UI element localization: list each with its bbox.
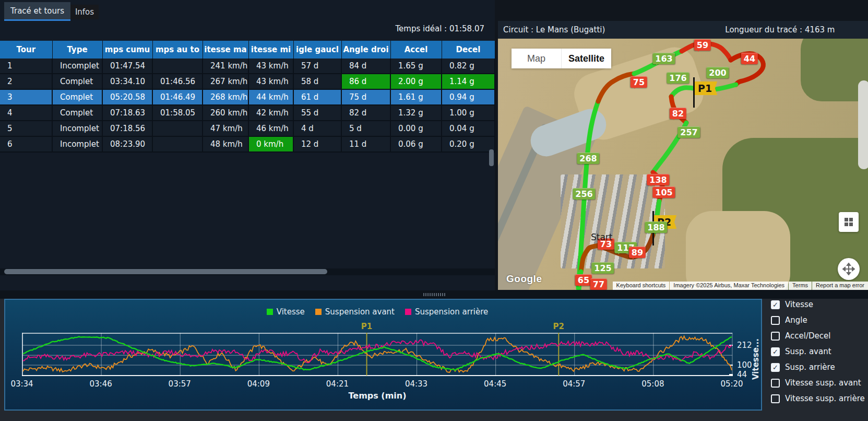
horizontal-scrollbar-thumb[interactable] [4, 269, 327, 274]
x-tick-label: 03:57 [169, 379, 191, 389]
x-tick-label: 03:34 [10, 379, 33, 389]
column-header[interactable]: Decel [442, 41, 495, 59]
toggle-susp-arri-re[interactable]: ✓Susp. arrière [771, 362, 835, 372]
annotation-p2: P2 [553, 322, 564, 331]
toggle-label: Susp. arrière [785, 362, 835, 372]
toggle-accel-decel[interactable]: Accel/Decel [771, 331, 830, 341]
telemetry-plot[interactable] [22, 333, 733, 376]
x-tick-label: 03:46 [89, 379, 112, 389]
top-section: Tracé et tours Infos Temps idéal : 01:58… [0, 0, 868, 290]
table-cell: 86 d [341, 74, 390, 89]
column-header[interactable]: mps au to [152, 41, 203, 59]
table-cell: 43 km/h [248, 74, 293, 89]
table-row[interactable]: 1Incomplet01:47.54241 km/h43 km/h57 d84 … [0, 59, 495, 74]
x-tick-label: 04:45 [484, 379, 506, 389]
column-header[interactable]: Angle droi [341, 41, 390, 59]
table-cell: 267 km/h [203, 74, 248, 89]
table-cell: 84 d [341, 59, 390, 74]
table-row[interactable]: 3Complet05:20.5801:46.49268 km/h44 km/h6… [0, 89, 495, 105]
checkbox[interactable] [771, 316, 780, 325]
column-header[interactable]: Accel [390, 41, 442, 59]
x-tick-label: 04:09 [247, 379, 270, 389]
table-cell: 4 [0, 105, 52, 121]
checkbox[interactable]: ✓ [771, 363, 780, 372]
table-cell: 268 km/h [203, 89, 248, 105]
checkbox[interactable] [771, 394, 780, 403]
table-cell: 42 km/h [248, 105, 293, 121]
checkbox[interactable] [771, 379, 780, 388]
circuit-label: Circuit : Le Mans (Bugatti) [503, 25, 605, 34]
table-cell: 57 d [293, 59, 341, 74]
map-button[interactable]: Map [512, 49, 561, 68]
map-canvas[interactable]: P1P2 59163441762007582257268256138105188… [498, 39, 868, 290]
google-logo[interactable]: Google [506, 273, 542, 285]
telemetry-chart-panel: VitesseSuspension avantSuspension arrièr… [4, 299, 762, 411]
toggle-label: Accel/Decel [785, 331, 830, 341]
toggle-vitesse[interactable]: ✓Vitesse [771, 299, 813, 310]
vertical-scrollbar-thumb[interactable] [489, 149, 494, 166]
splitter-handle[interactable] [423, 293, 445, 296]
legend-swatch [315, 309, 322, 315]
series-suspension-arri-re [23, 340, 732, 363]
table-cell: 75 d [341, 89, 390, 105]
table-row[interactable]: 6Incomplet08:23.9048 km/h0 km/h12 d11 d0… [0, 136, 495, 152]
x-axis-title: Temps (min) [22, 391, 733, 401]
column-header[interactable]: itesse ma [203, 41, 248, 59]
toggle-angle[interactable]: Angle [771, 315, 807, 325]
column-header[interactable]: Tour [0, 41, 52, 59]
table-cell: 11 d [341, 136, 390, 152]
column-header[interactable]: itesse mi [248, 41, 293, 59]
table-cell: 2.00 g [390, 74, 442, 89]
table-cell: 44 km/h [248, 89, 293, 105]
speed-marker: 77 [590, 278, 607, 290]
table-cell [152, 121, 203, 136]
legend-swatch [267, 309, 273, 315]
checkbox[interactable] [771, 332, 780, 341]
table-row[interactable]: 4Complet07:18.6301:58.05260 km/h42 km/h5… [0, 105, 495, 121]
toggle-vitesse-susp-avant[interactable]: Vitesse susp. avant [771, 378, 861, 388]
column-header[interactable]: mps cumu [102, 41, 152, 59]
keyboard-shortcuts-link[interactable]: Keyboard shortcuts [613, 282, 670, 290]
table-cell: 48 km/h [203, 136, 248, 152]
legend-swatch [405, 309, 411, 315]
table-cell: 01:58.05 [152, 105, 203, 121]
terms-link[interactable]: Terms [789, 282, 812, 290]
speed-marker: 105 [652, 186, 675, 198]
checkbox[interactable]: ✓ [771, 347, 780, 356]
toggle-vitesse-susp-arri-re[interactable]: Vitesse susp. arrière [771, 393, 865, 404]
table-cell: 1 [0, 59, 52, 74]
table-cell: 1.65 g [390, 59, 442, 74]
panel-splitter[interactable] [0, 290, 868, 299]
tiles-overlay-button[interactable] [839, 212, 859, 232]
checkbox[interactable]: ✓ [771, 300, 780, 309]
chart-plot-area[interactable] [22, 333, 733, 376]
column-header[interactable]: Type [52, 41, 102, 59]
laps-table: TourTypemps cumumps au toitesse maitesse… [0, 41, 495, 153]
speed-marker: 59 [694, 39, 711, 51]
tab-trace-et-tours[interactable]: Tracé et tours [4, 2, 70, 21]
table-cell: 260 km/h [203, 105, 248, 121]
recenter-button[interactable] [838, 258, 860, 280]
table-row[interactable]: 5Incomplet07:18.5647 km/h46 km/h4 d5 d0.… [0, 121, 495, 136]
report-map-error-link[interactable]: Report a map error [812, 282, 868, 290]
table-cell: 03:34.10 [102, 74, 152, 89]
horizontal-scrollbar[interactable] [0, 268, 495, 275]
table-cell: 08:23.90 [102, 136, 152, 152]
toggle-susp-avant[interactable]: ✓Susp. avant [771, 346, 831, 357]
annotation-p1: P1 [361, 322, 372, 331]
start-label: Start [591, 232, 613, 242]
table-cell: 1.61 g [390, 89, 442, 105]
table-cell: 12 d [293, 136, 341, 152]
speed-marker: 125 [591, 262, 614, 274]
y-tick-label: 44 [737, 370, 747, 379]
table-row[interactable]: 2Complet03:34.1001:46.56267 km/h43 km/h5… [0, 74, 495, 89]
tab-trace-label: Tracé et tours [10, 6, 64, 16]
column-header[interactable]: igle gaucl [293, 41, 341, 59]
tab-infos[interactable]: Infos [70, 5, 99, 19]
table-cell: 01:46.56 [152, 74, 203, 89]
satellite-button[interactable]: Satellite [561, 49, 611, 68]
table-cell: 47 km/h [203, 121, 248, 136]
legend-item: Suspension avant [315, 307, 395, 317]
table-cell: 61 d [293, 89, 341, 105]
table-cell: Incomplet [52, 136, 102, 152]
